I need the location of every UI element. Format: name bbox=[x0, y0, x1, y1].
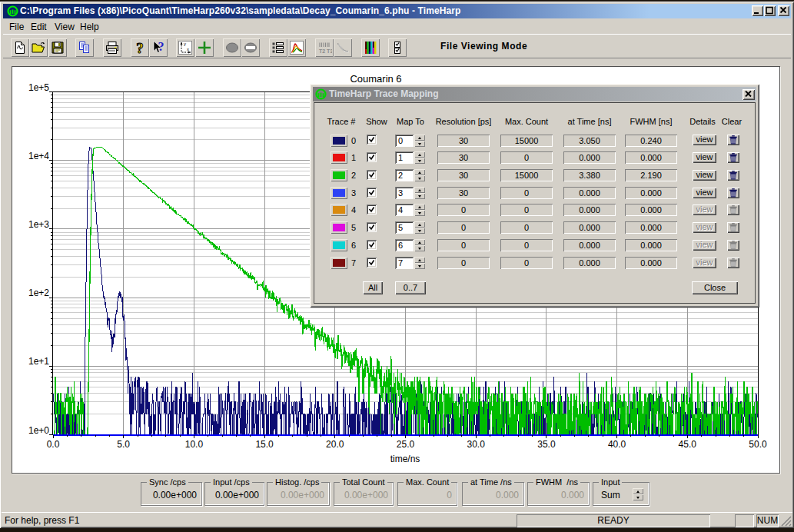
svg-text:30.0: 30.0 bbox=[467, 439, 486, 450]
svg-text:40.0: 40.0 bbox=[608, 439, 626, 450]
svg-text:x: x bbox=[187, 47, 189, 52]
svg-text:1e+0: 1e+0 bbox=[28, 425, 49, 436]
svg-text:35.0: 35.0 bbox=[537, 439, 556, 450]
svg-text:5.0: 5.0 bbox=[117, 439, 130, 450]
svg-text:T2 T3: T2 T3 bbox=[319, 48, 332, 54]
svg-text:y: y bbox=[184, 42, 186, 46]
svg-text:Coumarin 6: Coumarin 6 bbox=[350, 73, 401, 85]
svg-text:15.0: 15.0 bbox=[255, 439, 274, 450]
svg-text:1e+4: 1e+4 bbox=[28, 151, 49, 161]
svg-text:1e+1: 1e+1 bbox=[28, 356, 49, 367]
svg-text:25.0: 25.0 bbox=[397, 439, 415, 450]
svg-text:1e+5: 1e+5 bbox=[28, 82, 49, 93]
svg-text:0.0: 0.0 bbox=[47, 439, 60, 450]
svg-text:time/ns: time/ns bbox=[390, 454, 420, 464]
svg-text:?: ? bbox=[136, 40, 144, 55]
svg-text:1e+3: 1e+3 bbox=[28, 219, 49, 230]
svg-text:10.0: 10.0 bbox=[185, 439, 204, 450]
svg-text:50.0: 50.0 bbox=[749, 439, 767, 450]
svg-text:1e+2: 1e+2 bbox=[28, 288, 49, 298]
svg-text:45.0: 45.0 bbox=[679, 439, 697, 450]
svg-text:20.0: 20.0 bbox=[326, 439, 344, 450]
